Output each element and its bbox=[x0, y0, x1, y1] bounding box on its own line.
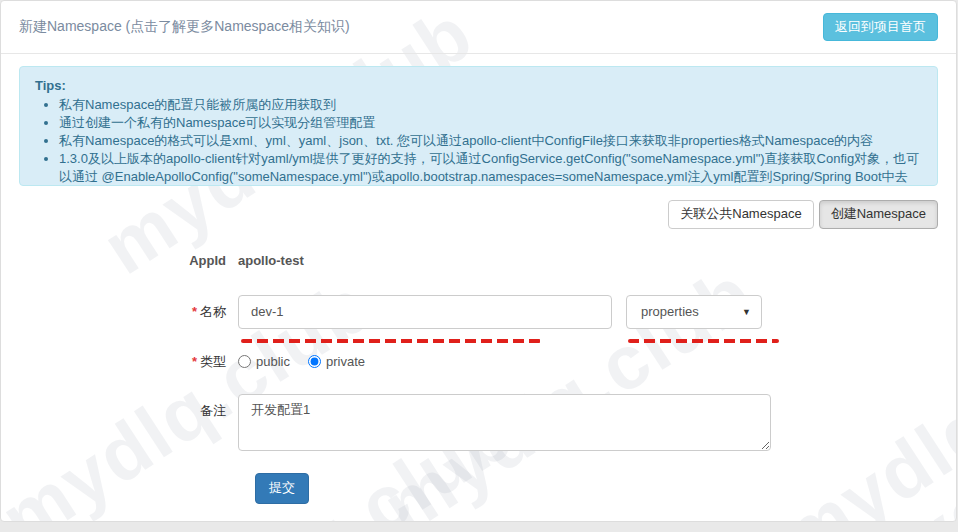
page-title: 新建Namespace (点击了解更多Namespace相关知识) bbox=[19, 18, 350, 36]
comment-row: 备注 开发配置1 bbox=[19, 394, 938, 451]
page-title-text: 新建Namespace bbox=[19, 18, 122, 34]
chevron-down-icon: ▼ bbox=[742, 307, 751, 317]
radio-private-label: private bbox=[326, 354, 365, 369]
comment-textarea[interactable]: 开发配置1 bbox=[238, 394, 771, 451]
type-radio-group: public private bbox=[238, 354, 365, 369]
radio-option-public[interactable]: public bbox=[238, 354, 290, 369]
name-input[interactable] bbox=[238, 295, 612, 329]
page-panel: mydlq.club mydlq.club mydlq.club mydlq.c… bbox=[0, 0, 957, 522]
radio-option-private[interactable]: private bbox=[308, 354, 365, 369]
submit-button[interactable]: 提交 bbox=[255, 473, 309, 504]
format-select[interactable]: properties ▼ bbox=[626, 295, 762, 329]
tips-item: 通过创建一个私有的Namespace可以实现分组管理配置 bbox=[59, 114, 922, 132]
submit-row: 提交 bbox=[255, 473, 938, 504]
type-row: *类型 public private bbox=[19, 353, 938, 371]
namespace-docs-link[interactable]: (点击了解更多Namespace相关知识) bbox=[126, 18, 350, 34]
namespace-action-row: 关联公共Namespace 创建Namespace bbox=[19, 200, 938, 229]
comment-label: 备注 bbox=[19, 394, 226, 420]
tips-heading: Tips: bbox=[35, 77, 922, 95]
type-label: *类型 bbox=[19, 353, 226, 371]
back-to-project-button[interactable]: 返回到项目首页 bbox=[823, 13, 938, 42]
tips-item: 1.3.0及以上版本的apollo-client针对yaml/yml提供了更好的… bbox=[59, 150, 922, 186]
required-marker: * bbox=[192, 354, 197, 369]
appid-value: apollo-test bbox=[238, 253, 304, 268]
tips-panel: Tips: 私有Namespace的配置只能被所属的应用获取到 通过创建一个私有… bbox=[19, 66, 938, 186]
radio-private[interactable] bbox=[308, 355, 321, 368]
tips-list: 私有Namespace的配置只能被所属的应用获取到 通过创建一个私有的Names… bbox=[35, 96, 922, 186]
namespace-form: AppId apollo-test *名称 properties ▼ *类型 bbox=[19, 253, 938, 504]
required-marker: * bbox=[192, 304, 197, 319]
format-selected-value: properties bbox=[641, 304, 699, 319]
tips-item: 私有Namespace的格式可以是xml、yml、yaml、json、txt. … bbox=[59, 132, 922, 150]
name-label: *名称 bbox=[19, 303, 226, 321]
name-row: *名称 properties ▼ bbox=[19, 295, 938, 329]
create-namespace-button[interactable]: 创建Namespace bbox=[819, 200, 938, 229]
appid-label: AppId bbox=[19, 253, 226, 268]
page-header: 新建Namespace (点击了解更多Namespace相关知识) 返回到项目首… bbox=[1, 1, 956, 54]
main-content: Tips: 私有Namespace的配置只能被所属的应用获取到 通过创建一个私有… bbox=[1, 54, 956, 504]
link-public-namespace-button[interactable]: 关联公共Namespace bbox=[668, 200, 813, 229]
tips-item: 私有Namespace的配置只能被所属的应用获取到 bbox=[59, 96, 922, 114]
name-field-wrap bbox=[238, 295, 612, 329]
appid-row: AppId apollo-test bbox=[19, 253, 938, 268]
radio-public-label: public bbox=[256, 354, 290, 369]
radio-public[interactable] bbox=[238, 355, 251, 368]
